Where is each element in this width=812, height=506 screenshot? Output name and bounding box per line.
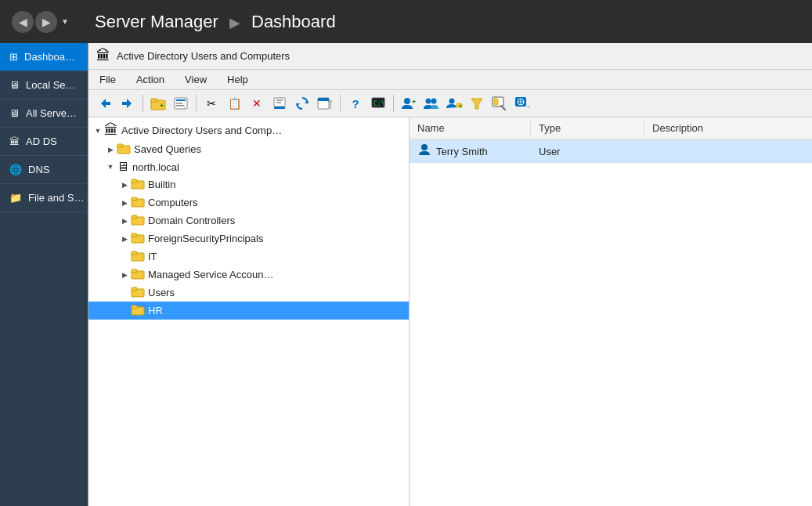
svg-rect-41: [132, 179, 137, 183]
svg-point-22: [404, 98, 410, 104]
menu-view[interactable]: View: [182, 72, 210, 87]
sidebar-item-label: Dashboa…: [24, 51, 75, 63]
sidebar-item-label: AD DS: [26, 136, 57, 147]
list-cell-type: User: [531, 144, 644, 159]
tree-item-hr[interactable]: ▶ HR: [88, 302, 409, 320]
toolbar-sep-4: [393, 95, 394, 112]
col-header-description[interactable]: Description: [644, 121, 812, 136]
fsp-folder-icon: [131, 231, 145, 246]
dc-expand-icon[interactable]: ▶: [118, 215, 131, 227]
tree-item-label: Saved Queries: [134, 143, 201, 155]
toolbar-back-btn[interactable]: [95, 93, 115, 114]
computers-expand-icon[interactable]: ▶: [118, 197, 131, 209]
tree-item-label: IT: [148, 251, 157, 262]
svg-rect-31: [494, 99, 498, 105]
tree-item-saved[interactable]: ▶ Saved Queries: [88, 140, 409, 158]
svg-rect-11: [274, 107, 285, 109]
title-separator: ▶: [229, 15, 240, 31]
svg-text:+: +: [412, 98, 416, 106]
menu-help[interactable]: Help: [224, 72, 251, 87]
builtin-expand-icon[interactable]: ▶: [118, 179, 131, 191]
svg-rect-17: [318, 98, 329, 101]
saved-folder-icon: [117, 142, 131, 157]
svg-rect-49: [132, 251, 137, 255]
sidebar-item-local[interactable]: 🖥 Local Se…: [0, 71, 88, 99]
toolbar-new-folder-btn[interactable]: +: [148, 93, 168, 114]
dc-folder-icon: [131, 213, 145, 228]
north-icon: 🖥: [117, 160, 129, 174]
svg-marker-29: [471, 99, 482, 109]
toolbar-rename-btn[interactable]: [269, 93, 290, 114]
toolbar-forward-btn[interactable]: [117, 93, 138, 114]
toolbar-domain-btn[interactable]: →: [512, 93, 532, 114]
tree-item-builtin[interactable]: ▶ Builtin: [88, 175, 409, 193]
ad-window-title: Active Directory Users and Computers: [117, 50, 290, 62]
tree-item-computers[interactable]: ▶ Computers: [88, 193, 409, 211]
col-header-type[interactable]: Type: [531, 121, 644, 136]
toolbar-filter-btn[interactable]: [467, 93, 487, 114]
adds-icon: 🏛: [9, 136, 20, 147]
toolbar-new-user-btn[interactable]: +: [399, 93, 419, 114]
computers-folder-icon: [131, 195, 145, 210]
list-cell-description: [644, 150, 812, 153]
saved-expand-icon[interactable]: ▶: [104, 143, 117, 156]
toolbar-help-btn[interactable]: ?: [345, 93, 366, 114]
tree-item-msa[interactable]: ▶ Managed Service Accoun…: [88, 266, 409, 284]
menu-action[interactable]: Action: [133, 72, 168, 87]
toolbar-find-btn[interactable]: [489, 93, 510, 114]
tree-item-users[interactable]: ▶ Users: [88, 284, 409, 302]
ad-window: 🏛 Active Directory Users and Computers F…: [88, 43, 812, 506]
toolbar-console-btn[interactable]: C:\>: [368, 93, 388, 114]
north-expand-icon[interactable]: ▼: [104, 161, 117, 173]
sidebar-item-label: File and S…: [28, 192, 85, 204]
toolbar-refresh-btn[interactable]: [292, 93, 312, 114]
hr-folder-icon: [131, 303, 145, 318]
tree-item-label: ForeignSecurityPrincipals: [148, 233, 263, 244]
local-icon: 🖥: [9, 79, 20, 91]
root-expand-icon[interactable]: ▼: [92, 125, 104, 137]
forward-button[interactable]: ▶: [35, 11, 57, 33]
sidebar-item-file[interactable]: 📁 File and S…: [0, 184, 88, 212]
menu-file[interactable]: File: [96, 72, 119, 87]
sidebar-item-dns[interactable]: 🌐 DNS: [0, 156, 88, 184]
root-icon: 🏛: [104, 122, 118, 139]
fsp-expand-icon[interactable]: ▶: [118, 233, 131, 245]
tree-item-dc[interactable]: ▶ Domain Controllers: [88, 211, 409, 230]
sidebar-item-adds[interactable]: 🏛 AD DS: [0, 128, 88, 156]
back-button[interactable]: ◀: [12, 11, 34, 33]
tree-item-fsp[interactable]: ▶ ForeignSecurityPrincipals: [88, 230, 409, 248]
toolbar-delete-btn[interactable]: ✕: [247, 93, 267, 114]
sidebar-item-label: Local Se…: [26, 79, 76, 91]
toolbar-cut-btn[interactable]: ✂: [201, 93, 222, 114]
server-nav: ⊞ Dashboa… 🖥 Local Se… 🖥 All Serve… 🏛 AD…: [0, 43, 88, 506]
sidebar-item-dashboard[interactable]: ⊞ Dashboa…: [0, 43, 88, 71]
tree-item-label: north.local: [132, 161, 179, 173]
tree-item-it[interactable]: ▶ IT: [88, 248, 409, 266]
tree-item-label: Builtin: [148, 179, 175, 190]
menu-bar: File Action View Help: [88, 70, 812, 90]
ad-titlebar: 🏛 Active Directory Users and Computers: [88, 43, 812, 70]
sidebar-item-label: All Serve…: [26, 107, 77, 119]
col-header-name[interactable]: Name: [410, 121, 531, 136]
toolbar-new-group-btn[interactable]: [421, 93, 442, 114]
list-row[interactable]: Terry Smith User: [410, 139, 812, 163]
toolbar-properties-btn[interactable]: +: [171, 93, 191, 114]
sidebar-item-all[interactable]: 🖥 All Serve…: [0, 99, 88, 128]
msa-expand-icon[interactable]: ▶: [118, 269, 131, 281]
svg-text:+: +: [459, 103, 462, 109]
user-icon: [417, 143, 431, 160]
toolbar-export-btn[interactable]: [315, 93, 335, 114]
nav-dropdown-button[interactable]: ▼: [59, 11, 71, 33]
svg-rect-47: [132, 233, 137, 237]
main-layout: ⊞ Dashboa… 🖥 Local Se… 🖥 All Serve… 🏛 AD…: [0, 43, 812, 506]
toolbar-new-computer-btn[interactable]: +: [444, 93, 464, 114]
list-header: Name Type Description: [410, 117, 812, 139]
tree-root[interactable]: ▼ 🏛 Active Directory Users and Comp…: [88, 121, 409, 140]
tree-item-label: HR: [148, 305, 163, 316]
svg-line-32: [501, 106, 505, 110]
svg-rect-53: [132, 287, 137, 291]
tree-item-north[interactable]: ▼ 🖥 north.local: [88, 158, 409, 175]
toolbar-copy-btn[interactable]: 📋: [224, 93, 244, 114]
tree-panel: ▼ 🏛 Active Directory Users and Comp… ▶ S…: [88, 117, 410, 506]
tree-item-label: Users: [148, 287, 175, 298]
